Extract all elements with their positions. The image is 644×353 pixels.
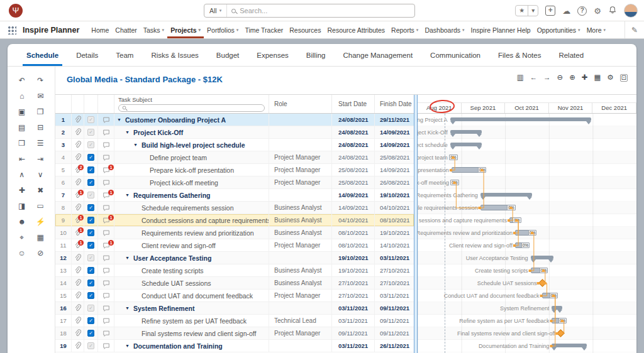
chatter-cell[interactable] bbox=[98, 302, 114, 314]
task-subject-cell[interactable]: Schedule requirements session bbox=[114, 202, 269, 214]
finish-date-cell[interactable]: 14/10/2021 bbox=[375, 239, 414, 251]
tab-schedule[interactable]: Schedule bbox=[18, 44, 67, 66]
nav-tab-opportunities[interactable]: Opportunities▾ bbox=[534, 21, 584, 38]
task-checkbox[interactable]: ✓ bbox=[87, 317, 94, 324]
task-checkbox[interactable]: ✓ bbox=[87, 330, 94, 337]
setup-gear-icon[interactable]: ⚙ bbox=[594, 7, 601, 15]
table-row[interactable]: 19✓▼Documentation and Training03/11/2021… bbox=[55, 340, 414, 352]
task-subject-cell[interactable]: Final systems review and client sign-off bbox=[114, 327, 269, 339]
expand-all-icon[interactable]: ∨ bbox=[38, 171, 43, 178]
start-date-cell[interactable]: 24/08/2021 bbox=[332, 151, 375, 163]
role-cell[interactable]: Project Manager bbox=[269, 290, 332, 301]
attachments-cell[interactable]: 1 bbox=[72, 214, 84, 226]
checkbox-cell[interactable]: ✓ bbox=[84, 239, 98, 251]
task-checkbox[interactable]: ✓ bbox=[87, 342, 94, 349]
nav-tab-reports[interactable]: Reports▾ bbox=[388, 21, 421, 38]
checkbox-cell[interactable]: ✓ bbox=[84, 264, 98, 276]
gantt-bar[interactable] bbox=[480, 205, 511, 210]
attachments-cell[interactable] bbox=[72, 176, 84, 188]
table-row[interactable]: 71✓1▼Requirements Gathering14/09/202119/… bbox=[55, 189, 414, 202]
table-row[interactable]: 8✓Schedule requirements sessionBusiness … bbox=[55, 202, 414, 214]
role-cell[interactable]: Project Manager bbox=[269, 164, 332, 176]
attachments-cell[interactable]: 1 bbox=[72, 189, 84, 201]
table-row[interactable]: 3✓▼Build high-level project schedule24/0… bbox=[55, 139, 414, 151]
edit-nav-pencil-icon[interactable]: ✎ bbox=[625, 21, 638, 38]
finish-date-cell[interactable]: 14/09/2021 bbox=[375, 126, 414, 138]
milestone-diamond-icon[interactable] bbox=[557, 329, 565, 337]
tab-team[interactable]: Team bbox=[107, 44, 142, 66]
chatter-cell[interactable] bbox=[98, 114, 114, 126]
save-icon[interactable]: ▣ bbox=[18, 108, 25, 116]
task-checkbox[interactable]: ✓ bbox=[87, 129, 94, 136]
attachments-cell[interactable]: 1 bbox=[72, 239, 84, 251]
search-input[interactable] bbox=[236, 7, 414, 14]
task-checkbox[interactable]: ✓ bbox=[87, 217, 94, 224]
checkbox-cell[interactable]: ✓ bbox=[84, 302, 98, 314]
start-date-cell[interactable]: 24/08/2021 bbox=[332, 126, 375, 138]
checkbox-cell[interactable]: ✓ bbox=[84, 189, 98, 201]
add-task-icon[interactable]: ✚ bbox=[19, 187, 25, 194]
milestone-diamond-icon[interactable] bbox=[538, 279, 547, 287]
start-date-cell[interactable]: 24/08/2021 bbox=[332, 114, 375, 126]
gantt-bar[interactable] bbox=[531, 256, 553, 259]
attachments-cell[interactable] bbox=[72, 151, 84, 163]
add-column-icon[interactable]: ✚ bbox=[582, 74, 588, 82]
checkbox-cell[interactable]: ✓ bbox=[84, 114, 98, 126]
role-cell[interactable] bbox=[269, 302, 332, 314]
table-row[interactable]: 2✓▼Project Kick-Off24/08/202114/09/2021 bbox=[55, 126, 414, 139]
export-document-icon[interactable]: ▤ bbox=[18, 124, 25, 131]
table-row[interactable]: 12✓▼User Acceptance Testing19/10/202103/… bbox=[55, 252, 414, 264]
finish-date-cell[interactable]: 26/08/2021 bbox=[375, 176, 414, 188]
resources-icon[interactable]: ☻ bbox=[18, 218, 26, 225]
print-icon[interactable]: ⊟ bbox=[37, 124, 43, 131]
chatter-cell[interactable] bbox=[98, 290, 114, 301]
outdent-icon[interactable]: ⇤ bbox=[19, 155, 25, 163]
tab-risks-issues[interactable]: Risks & Issues bbox=[142, 44, 207, 66]
tab-communication[interactable]: Communication bbox=[421, 44, 489, 66]
task-subject-cell[interactable]: ▼Project Kick-Off bbox=[114, 126, 269, 138]
expand-caret-icon[interactable]: ▼ bbox=[133, 143, 139, 147]
copy-icon[interactable]: ❐ bbox=[37, 108, 44, 116]
critical-path-icon[interactable]: ⚡ bbox=[36, 218, 45, 225]
checkbox-cell[interactable]: ✓ bbox=[84, 315, 98, 327]
task-checkbox[interactable]: ✓ bbox=[87, 179, 94, 186]
attachments-cell[interactable] bbox=[72, 139, 84, 151]
chatter-cell[interactable] bbox=[98, 126, 114, 138]
chatter-cell[interactable] bbox=[98, 227, 114, 239]
assign-resource-icon[interactable]: ☺ bbox=[18, 249, 26, 257]
table-row[interactable]: 91✓1Conduct sessions and capture require… bbox=[55, 214, 414, 227]
finish-date-cell[interactable]: 03/11/2021 bbox=[375, 252, 414, 264]
task-checkbox[interactable]: ✓ bbox=[87, 267, 94, 274]
task-subject-cell[interactable]: Prepare kick-off presentation bbox=[114, 164, 269, 176]
grid-view-icon[interactable]: ▦ bbox=[37, 234, 44, 241]
gantt-bar[interactable] bbox=[552, 306, 562, 310]
table-row[interactable]: 14✓Schedule UAT sessionsBusiness Analyst… bbox=[55, 277, 414, 290]
gantt-bar[interactable] bbox=[450, 130, 482, 134]
task-checkbox[interactable]: ✓ bbox=[87, 305, 94, 312]
milestone-pin-icon[interactable]: ⌖ bbox=[19, 234, 24, 241]
chart-columns-icon[interactable]: ▥ bbox=[517, 74, 524, 82]
tab-related[interactable]: Related bbox=[550, 44, 592, 66]
scroll-left-icon[interactable]: ← bbox=[530, 74, 538, 82]
task-subject-cell[interactable]: Refine system as per UAT feedback bbox=[114, 315, 269, 327]
start-date-cell[interactable]: 25/08/2021 bbox=[332, 164, 375, 176]
table-row[interactable]: 6✓Project kick-off meetingProject Manage… bbox=[55, 176, 414, 189]
checkbox-cell[interactable]: ✓ bbox=[84, 202, 98, 214]
start-date-cell[interactable]: 04/10/2021 bbox=[332, 214, 375, 226]
start-date-cell[interactable]: 25/08/2021 bbox=[332, 176, 375, 188]
checkbox-cell[interactable]: ✓ bbox=[84, 340, 98, 352]
start-date-cell[interactable]: 27/10/2021 bbox=[332, 277, 375, 289]
role-cell[interactable]: Project Manager bbox=[269, 239, 332, 251]
checkbox-cell[interactable]: ✓ bbox=[84, 252, 98, 264]
open-project-icon[interactable]: ❒ bbox=[18, 139, 25, 147]
global-actions-icon[interactable]: + bbox=[545, 6, 555, 16]
table-row[interactable]: 18✓Final systems review and client sign-… bbox=[55, 327, 414, 340]
task-subject-cell[interactable]: Conduct UAT and document feedback bbox=[114, 290, 269, 301]
finish-date-cell[interactable]: 09/11/2021 bbox=[375, 327, 414, 339]
start-date-cell[interactable]: 27/10/2021 bbox=[332, 290, 375, 301]
chatter-cell[interactable] bbox=[98, 151, 114, 163]
task-subject-cell[interactable]: ▼Customer Onboarding Project A bbox=[114, 114, 269, 126]
start-date-cell[interactable]: 19/10/2021 bbox=[332, 264, 375, 276]
start-date-cell[interactable]: 14/09/2021 bbox=[332, 202, 375, 214]
nav-tab-inspire-planner-help[interactable]: Inspire Planner Help bbox=[468, 21, 534, 38]
